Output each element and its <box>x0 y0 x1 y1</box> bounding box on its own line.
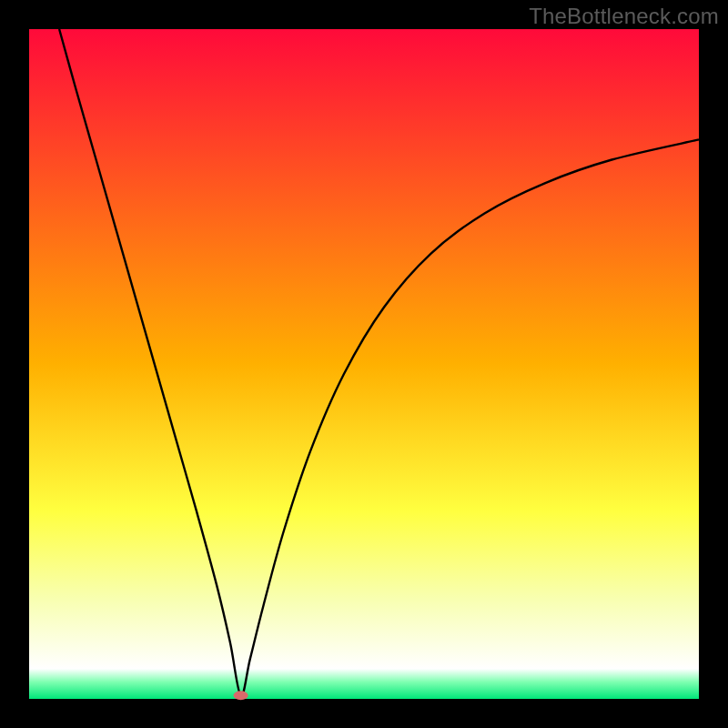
chart-container: { "watermark": "TheBottleneck.com", "cha… <box>0 0 728 728</box>
bottleneck-chart <box>0 0 728 728</box>
watermark-text: TheBottleneck.com <box>529 4 719 29</box>
plot-background <box>29 29 699 699</box>
minimum-marker <box>234 691 248 700</box>
